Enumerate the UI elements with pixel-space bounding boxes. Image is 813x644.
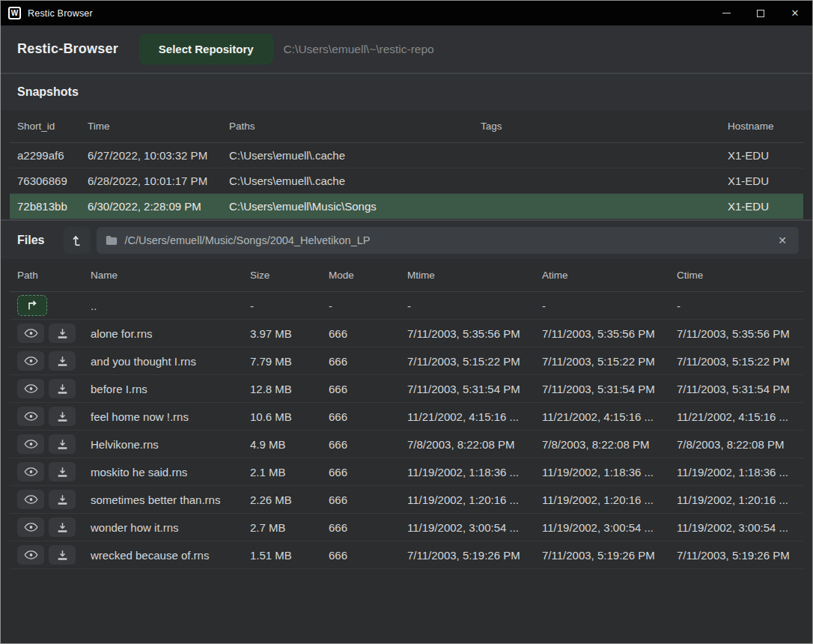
file-row[interactable]: Helvikone.rns 4.9 MB 666 7/8/2003, 8:22:… <box>10 431 803 458</box>
file-mtime: 11/19/2002, 3:00:54 ... <box>400 514 535 541</box>
snapshot-row[interactable]: 76306869 6/28/2022, 10:01:17 PM C:\Users… <box>10 168 803 194</box>
file-mode: 666 <box>321 458 400 485</box>
download-file-button[interactable] <box>49 351 76 371</box>
preview-file-button[interactable] <box>17 323 44 343</box>
file-size: 2.26 MB <box>243 486 321 513</box>
close-button[interactable]: ✕ <box>778 1 812 25</box>
preview-file-button[interactable] <box>17 379 44 398</box>
snapshots-section-header: Snapshots <box>1 74 812 110</box>
file-mtime: 7/8/2003, 8:22:08 PM <box>400 431 535 458</box>
maximize-icon <box>757 10 764 17</box>
download-file-button[interactable] <box>49 434 76 454</box>
file-mtime: 7/11/2003, 5:35:56 PM <box>400 320 535 347</box>
app-window: W Restic Browser ✕ Restic-Browser Select… <box>0 0 813 644</box>
preview-file-button[interactable] <box>17 462 44 482</box>
maximize-button[interactable] <box>743 1 778 25</box>
download-file-button[interactable] <box>49 517 76 537</box>
snapshot-time: 6/30/2022, 2:28:09 PM <box>80 194 222 219</box>
file-mtime: 11/19/2002, 1:18:36 ... <box>400 458 535 485</box>
arrow-up-right-icon <box>25 300 39 312</box>
clear-path-button[interactable]: ✕ <box>775 234 790 247</box>
column-header-name: Name <box>83 259 243 291</box>
download-file-button[interactable] <box>49 490 76 509</box>
file-mtime: 11/19/2002, 1:20:16 ... <box>400 486 535 513</box>
file-size: 12.8 MB <box>243 375 321 402</box>
download-file-button[interactable] <box>49 407 76 426</box>
file-row[interactable]: and you thought I.rns 7.79 MB 666 7/11/2… <box>10 347 803 375</box>
file-mode: 666 <box>321 403 400 430</box>
snapshot-paths: C:\Users\emuell\.cache <box>222 168 473 193</box>
parent-directory-row[interactable]: .. - - - - - <box>10 292 803 320</box>
preview-file-button[interactable] <box>17 434 44 454</box>
file-mode: 666 <box>321 320 400 347</box>
snapshot-short-id: 76306869 <box>10 168 80 193</box>
eye-icon <box>24 494 38 505</box>
file-ctime: 11/19/2002, 1:20:16 ... <box>669 486 803 513</box>
file-size: 2.1 MB <box>243 458 321 485</box>
file-path-value: /C/Users/emuell/Music/Songs/2004_Helveti… <box>124 234 775 246</box>
preview-file-button[interactable] <box>17 545 44 565</box>
go-to-parent-button[interactable] <box>17 295 47 316</box>
file-row[interactable]: before I.rns 12.8 MB 666 7/11/2003, 5:31… <box>10 375 803 403</box>
window-title: Restic Browser <box>28 8 93 19</box>
snapshot-tags <box>473 194 720 219</box>
file-row[interactable]: feel home now !.rns 10.6 MB 666 11/21/20… <box>10 403 803 431</box>
download-icon <box>57 522 68 533</box>
minimize-button[interactable] <box>709 1 743 25</box>
file-mtime: 7/11/2003, 5:15:22 PM <box>400 347 535 374</box>
column-header-hostname: Hostname <box>720 110 803 142</box>
file-row[interactable]: wonder how it.rns 2.7 MB 666 11/19/2002,… <box>10 514 803 541</box>
eye-icon <box>24 467 38 477</box>
file-mtime: - <box>400 292 535 319</box>
file-size: 10.6 MB <box>243 403 321 430</box>
files-heading: Files <box>17 234 44 247</box>
snapshot-row[interactable]: a2299af6 6/27/2022, 10:03:32 PM C:\Users… <box>10 143 803 168</box>
file-row[interactable]: sometimes better than.rns 2.26 MB 666 11… <box>10 486 803 514</box>
snapshots-table: Short_id Time Paths Tags Hostname a2299a… <box>10 110 803 219</box>
file-size: 1.51 MB <box>243 541 321 568</box>
file-mtime: 7/11/2003, 5:31:54 PM <box>400 375 535 402</box>
files-table: Path Name Size Mode Mtime Atime Ctime .. <box>10 259 803 569</box>
snapshot-tags <box>473 143 720 168</box>
download-icon <box>57 383 68 395</box>
preview-file-button[interactable] <box>17 407 44 426</box>
parent-directory-button[interactable] <box>64 227 91 254</box>
file-ctime: 7/11/2003, 5:15:22 PM <box>669 347 803 374</box>
snapshot-row-selected[interactable]: 72b813bb 6/30/2022, 2:28:09 PM C:\Users\… <box>10 194 803 219</box>
download-file-button[interactable] <box>49 323 76 343</box>
download-icon <box>57 550 68 561</box>
column-header-mode: Mode <box>321 259 400 291</box>
snapshot-tags <box>473 168 720 193</box>
file-mode: 666 <box>321 431 400 458</box>
file-row[interactable]: moskito he said.rns 2.1 MB 666 11/19/200… <box>10 458 803 486</box>
window-controls: ✕ <box>709 1 812 25</box>
download-icon <box>57 328 68 339</box>
file-name: before I.rns <box>83 375 243 402</box>
file-atime: 7/8/2003, 8:22:08 PM <box>535 431 669 458</box>
download-file-button[interactable] <box>49 545 76 565</box>
preview-file-button[interactable] <box>17 490 44 509</box>
preview-file-button[interactable] <box>17 351 44 371</box>
file-atime: 11/19/2002, 1:18:36 ... <box>535 458 669 485</box>
file-path-input[interactable]: /C/Users/emuell/Music/Songs/2004_Helveti… <box>97 227 799 254</box>
snapshot-time: 6/28/2022, 10:01:17 PM <box>80 168 222 193</box>
eye-icon <box>24 439 38 449</box>
download-file-button[interactable] <box>49 379 76 398</box>
titlebar: W Restic Browser ✕ <box>1 1 812 25</box>
eye-icon <box>24 356 38 366</box>
files-table-header: Path Name Size Mode Mtime Atime Ctime <box>10 259 803 292</box>
file-mode: 666 <box>321 375 400 402</box>
file-size: - <box>243 292 321 319</box>
preview-file-button[interactable] <box>17 517 44 537</box>
file-ctime: 11/21/2002, 4:15:16 ... <box>669 403 803 430</box>
file-row[interactable]: alone for.rns 3.97 MB 666 7/11/2003, 5:3… <box>10 320 803 347</box>
eye-icon <box>24 383 38 394</box>
download-file-button[interactable] <box>49 462 76 482</box>
snapshot-short-id: a2299af6 <box>10 143 80 168</box>
column-header-atime: Atime <box>535 259 669 291</box>
eye-icon <box>24 522 38 532</box>
file-mode: 666 <box>321 347 400 374</box>
file-row[interactable]: wrecked because of.rns 1.51 MB 666 7/11/… <box>10 541 803 569</box>
file-name: .. <box>83 292 243 319</box>
select-repository-button[interactable]: Select Repository <box>139 34 273 64</box>
